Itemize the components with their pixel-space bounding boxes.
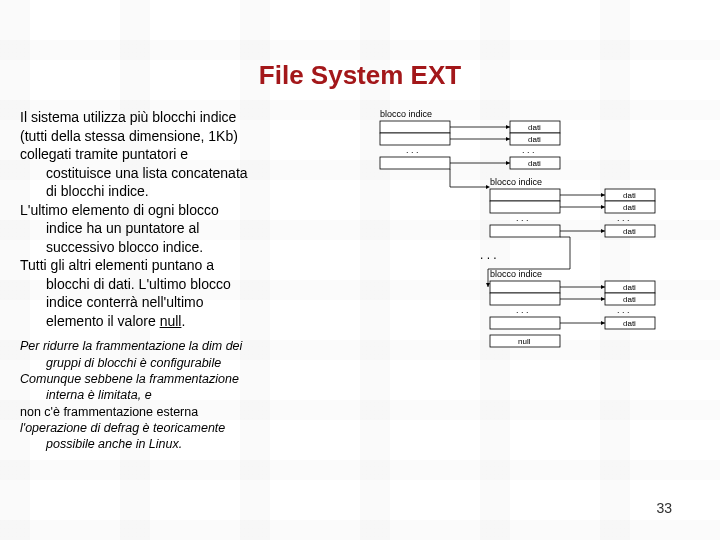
svg-rect-26 xyxy=(490,293,560,305)
svg-marker-11 xyxy=(506,161,510,165)
body-line: costituisce una lista concatenata xyxy=(20,165,360,182)
label-ellipsis: . . . xyxy=(617,213,630,223)
label-dati: dati xyxy=(528,123,541,132)
svg-rect-27 xyxy=(490,317,560,329)
label-ellipsis: . . . xyxy=(516,213,529,223)
footnote: Per ridurre la frammentazione la dim dei… xyxy=(20,339,360,452)
label-dati: dati xyxy=(623,319,636,328)
label-dati: dati xyxy=(623,227,636,236)
label-blocco-indice: blocco indice xyxy=(380,109,432,119)
index-block-diagram: blocco indice . . . dati dati . . . dati xyxy=(370,109,690,429)
body-line: blocchi di dati. L'ultimo blocco xyxy=(20,276,360,293)
label-dati: dati xyxy=(623,295,636,304)
body-line: indice ha un puntatore al xyxy=(20,220,360,237)
svg-marker-22 xyxy=(601,193,605,197)
body-line: Il sistema utilizza più blocchi indice xyxy=(20,109,360,126)
svg-marker-38 xyxy=(486,283,490,287)
svg-marker-37 xyxy=(601,321,605,325)
label-dati: dati xyxy=(623,191,636,200)
svg-marker-23 xyxy=(601,205,605,209)
svg-marker-35 xyxy=(601,285,605,289)
svg-rect-2 xyxy=(380,157,450,169)
label-null: null xyxy=(518,337,531,346)
footnote-line: non c'è frammentazione esterna xyxy=(20,405,360,419)
footnote-line: interna è limitata, e xyxy=(20,388,360,402)
slide-content: Il sistema utilizza più blocchi indice (… xyxy=(20,109,700,454)
body-text: elemento il valore xyxy=(46,313,160,329)
body-line: di blocchi indice. xyxy=(20,183,360,200)
footnote-line: possibile anche in Linux. xyxy=(20,437,360,451)
label-big-ellipsis: . . . xyxy=(480,248,497,262)
diagram: blocco indice . . . dati dati . . . dati xyxy=(370,109,700,454)
body-line: collegati tramite puntatori e xyxy=(20,146,360,163)
svg-rect-13 xyxy=(490,189,560,201)
body-line: successivo blocco indice. xyxy=(20,239,360,256)
body-line: elemento il valore null. xyxy=(20,313,360,330)
svg-rect-25 xyxy=(490,281,560,293)
body-text-underline: null xyxy=(160,313,182,329)
svg-marker-36 xyxy=(601,297,605,301)
svg-marker-24 xyxy=(601,229,605,233)
label-dati: dati xyxy=(623,283,636,292)
label-ellipsis: . . . xyxy=(406,145,419,155)
body-line: indice conterrà nell'ultimo xyxy=(20,294,360,311)
label-ellipsis: . . . xyxy=(617,305,630,315)
svg-marker-10 xyxy=(506,137,510,141)
footnote-line: Comunque sebbene la frammentazione xyxy=(20,372,360,386)
label-blocco-indice: blocco indice xyxy=(490,177,542,187)
text-column: Il sistema utilizza più blocchi indice (… xyxy=(20,109,360,454)
slide: File System EXT Il sistema utilizza più … xyxy=(0,0,720,540)
svg-rect-15 xyxy=(490,225,560,237)
label-blocco-indice: blocco indice xyxy=(490,269,542,279)
label-ellipsis: . . . xyxy=(516,305,529,315)
svg-rect-0 xyxy=(380,121,450,133)
body-line: L'ultimo elemento di ogni blocco xyxy=(20,202,360,219)
footnote-line: gruppi di blocchi è configurabile xyxy=(20,356,360,370)
footnote-line: Per ridurre la frammentazione la dim dei xyxy=(20,339,360,353)
label-dati: dati xyxy=(528,135,541,144)
body-text: . xyxy=(181,313,185,329)
svg-rect-14 xyxy=(490,201,560,213)
svg-rect-1 xyxy=(380,133,450,145)
svg-marker-9 xyxy=(506,125,510,129)
page-number: 33 xyxy=(656,500,672,516)
body-line: (tutti della stessa dimensione, 1Kb) xyxy=(20,128,360,145)
body-line: Tutti gli altri elementi puntano a xyxy=(20,257,360,274)
label-dati: dati xyxy=(528,159,541,168)
label-ellipsis: . . . xyxy=(522,145,535,155)
footnote-line: l'operazione di defrag è teoricamente xyxy=(20,421,360,435)
slide-title: File System EXT xyxy=(20,60,700,91)
label-dati: dati xyxy=(623,203,636,212)
